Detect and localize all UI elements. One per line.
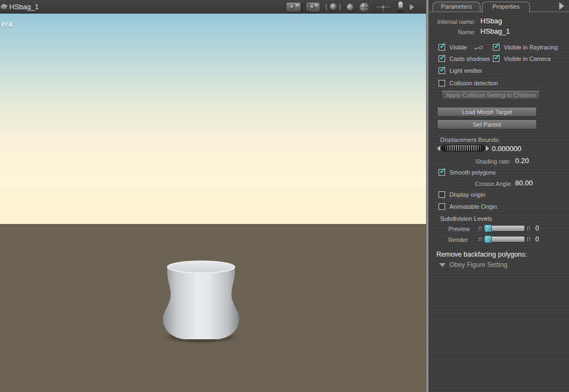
orbit-ball-icon xyxy=(330,3,337,10)
checkbox-label: Light emitter xyxy=(449,67,483,74)
checkbox-box xyxy=(493,44,499,51)
move-camera-icon[interactable] xyxy=(375,2,391,13)
apply-collision-button[interactable]: Apply Collision Setting to Children xyxy=(441,91,540,100)
slider-left-stop-icon xyxy=(479,227,482,231)
checkbox-label: Visible in Raytracing xyxy=(504,44,558,51)
camera-controls-toolbar xyxy=(286,1,414,13)
checkbox-box xyxy=(439,191,445,198)
checkbox-box xyxy=(439,55,445,62)
subdivision-preview-slider[interactable]: 0 xyxy=(479,225,539,232)
backfacing-dropdown-value: Obey Figure Setting xyxy=(449,261,508,269)
name-value[interactable]: HSbag_1 xyxy=(480,27,510,35)
crease-angle-label: Crease Angle xyxy=(429,181,511,187)
tab-properties[interactable]: Properties xyxy=(482,2,530,13)
prop-icon xyxy=(1,4,8,9)
toolbar-expand-arrow-icon[interactable] xyxy=(410,4,414,10)
viewport-title: HSbag_1 xyxy=(9,3,39,11)
subdivision-render-slider[interactable]: 0 xyxy=(479,235,539,243)
checkbox-label: Animatable Origin xyxy=(449,203,497,210)
dial-wheel[interactable] xyxy=(441,145,485,152)
dial-right-arrow-icon[interactable] xyxy=(486,146,489,151)
checkbox-label: Display origin xyxy=(449,191,485,198)
checkbox-box xyxy=(439,67,445,74)
viewport-titlebar: HSbag_1 xyxy=(0,0,426,14)
slider-right-stop-icon xyxy=(527,238,530,241)
checkbox-box xyxy=(439,80,445,86)
dropdown-arrow-icon xyxy=(439,263,446,267)
checkbox-box xyxy=(439,44,445,51)
orbit-camera-icon[interactable] xyxy=(326,2,341,12)
checkbox-smooth-polygons[interactable]: Smooth polygons xyxy=(439,169,496,176)
checkbox-label: Smooth polygons xyxy=(449,169,496,176)
checkbox-box xyxy=(493,55,499,62)
checkbox-box xyxy=(439,203,445,210)
checkbox-label: Visible in Camera xyxy=(504,55,551,62)
right-paren-icon xyxy=(337,3,341,11)
selection-marquee-icon xyxy=(302,4,309,11)
flyaround-camera-icon[interactable] xyxy=(286,3,301,12)
slider-track[interactable] xyxy=(484,225,525,232)
checkbox-visible[interactable]: Visible xyxy=(439,44,467,51)
shading-rate-label: Shading rate: xyxy=(429,158,511,165)
checkbox-label: Casts shadows xyxy=(449,55,490,62)
checkbox-label: Visible xyxy=(449,44,467,51)
checkbox-animatable-origin[interactable]: Animatable Origin xyxy=(439,203,497,210)
tab-parameters[interactable]: Parameters xyxy=(433,2,480,11)
key-icon xyxy=(474,46,484,51)
displacement-bounds-label: Displacement Bounds: xyxy=(440,136,500,143)
viewport-sky xyxy=(0,14,426,224)
slider-handle[interactable] xyxy=(485,235,492,243)
checkbox-light-emitter[interactable]: Light emitter xyxy=(439,67,483,74)
shading-rate-value[interactable]: 0.20 xyxy=(515,157,529,165)
slider-track[interactable] xyxy=(484,236,525,242)
crease-angle-value[interactable]: 80.00 xyxy=(515,179,533,187)
checkbox-display-origin[interactable]: Display origin xyxy=(439,191,485,198)
slider-right-stop-icon xyxy=(527,227,530,231)
viewport-3d[interactable]: era xyxy=(0,14,426,392)
hsbag-3d-object xyxy=(157,246,246,347)
dial-left-arrow-icon[interactable] xyxy=(437,146,440,151)
subdivision-preview-value: 0 xyxy=(535,225,539,232)
subdivision-render-value: 0 xyxy=(535,235,539,243)
slider-handle[interactable] xyxy=(485,225,492,232)
displacement-bounds-dial[interactable] xyxy=(437,145,489,152)
camera-name-label: era xyxy=(1,20,12,28)
application-window: era xyxy=(0,0,569,392)
left-paren-icon xyxy=(326,3,329,11)
checkbox-visible-camera[interactable]: Visible in Camera xyxy=(493,55,551,62)
displacement-bounds-value[interactable]: 0.000000 xyxy=(492,145,569,153)
checkbox-visible-raytracing[interactable]: Visible in Raytracing xyxy=(493,44,558,51)
trackball-icon[interactable] xyxy=(360,3,369,12)
properties-panel: Parameters Properties Internal name: HSb… xyxy=(429,0,569,392)
internal-name-label: Internal name: xyxy=(429,18,476,25)
internal-name-value: HSbag xyxy=(480,17,502,25)
load-morph-target-button[interactable]: Load Morph Target xyxy=(437,108,537,117)
backfacing-dropdown[interactable]: Obey Figure Setting xyxy=(439,261,569,269)
checkbox-label: Collision detection xyxy=(449,80,498,86)
subdivision-levels-title: Subdivision Levels xyxy=(440,215,569,222)
checkbox-box xyxy=(439,169,445,176)
slider-left-stop-icon xyxy=(479,238,482,241)
checkbox-collision-detection[interactable]: Collision detection xyxy=(439,80,498,86)
sphere-camera-icon[interactable] xyxy=(347,4,354,11)
checkbox-casts-shadows[interactable]: Casts shadows xyxy=(439,55,490,62)
panel-menu-arrow-icon[interactable] xyxy=(559,2,564,10)
name-label: Name: xyxy=(429,29,476,35)
camera-select-icon[interactable] xyxy=(307,3,320,12)
set-parent-button[interactable]: Set Parent xyxy=(437,120,537,129)
hand-camera-icon[interactable] xyxy=(397,2,404,13)
remove-backfacing-label: Remove backfacing polygons: xyxy=(436,251,569,258)
